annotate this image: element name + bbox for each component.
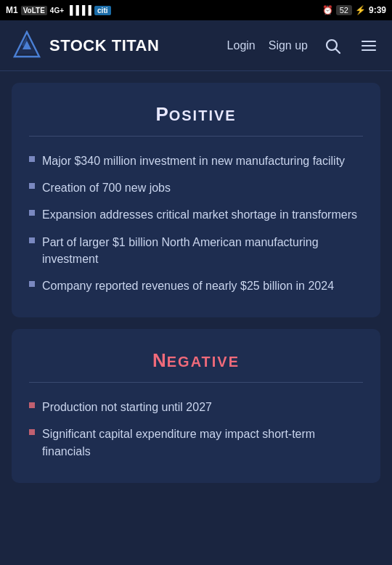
- bullet-icon: [29, 156, 35, 162]
- signal-bars: ▐▐▐▐: [67, 5, 91, 15]
- list-item-text: Production not starting until 2027: [42, 399, 212, 415]
- network-speed: 4G+: [50, 7, 64, 15]
- main-content: POSITIVE Major $340 million investment i…: [0, 71, 392, 483]
- list-item: Expansion addresses critical market shor…: [29, 206, 363, 223]
- list-item: Part of larger $1 billion North American…: [29, 234, 363, 267]
- list-item: Significant capital expenditure may impa…: [29, 426, 363, 459]
- brand: STOCK TITAN: [12, 31, 159, 61]
- battery-level: 52: [336, 5, 352, 15]
- carrier-label: M1: [6, 5, 18, 15]
- list-item-text: Creation of 700 new jobs: [42, 179, 171, 196]
- negative-card: NEGATIVE Production not starting until 2…: [12, 329, 380, 483]
- time-label: 9:39: [369, 5, 386, 15]
- bullet-icon: [29, 237, 35, 243]
- positive-title: POSITIVE: [29, 103, 363, 126]
- list-item-text: Part of larger $1 billion North American…: [42, 234, 363, 267]
- charging-icon: ⚡: [355, 5, 366, 15]
- list-item-text: Expansion addresses critical market shor…: [42, 206, 357, 223]
- navbar: STOCK TITAN Login Sign up: [0, 20, 392, 71]
- list-item-text: Major $340 million investment in new man…: [42, 153, 345, 169]
- list-item: Production not starting until 2027: [29, 399, 363, 415]
- list-item-text: Company reported revenues of nearly $25 …: [42, 277, 334, 294]
- search-button[interactable]: [321, 34, 344, 57]
- status-bar: M1 VoLTE 4G+ ▐▐▐▐ citi ⏰ 52 ⚡ 9:39: [0, 0, 392, 20]
- positive-card: POSITIVE Major $340 million investment i…: [12, 83, 380, 317]
- brand-logo-icon: [12, 31, 42, 61]
- hamburger-icon: [360, 37, 377, 54]
- bullet-icon: [29, 210, 35, 216]
- negative-list: Production not starting until 2027Signif…: [29, 399, 363, 460]
- menu-button[interactable]: [357, 34, 380, 57]
- list-item-text: Significant capital expenditure may impa…: [42, 426, 363, 459]
- list-item: Major $340 million investment in new man…: [29, 153, 363, 169]
- positive-list: Major $340 million investment in new man…: [29, 153, 363, 294]
- login-link[interactable]: Login: [227, 39, 256, 52]
- negative-title: NEGATIVE: [29, 349, 363, 372]
- positive-divider: [29, 136, 363, 137]
- nav-links: Login Sign up: [227, 34, 380, 57]
- network-type: VoLTE: [21, 6, 47, 15]
- bullet-icon: [29, 183, 35, 189]
- citi-label: citi: [94, 6, 110, 15]
- list-item: Company reported revenues of nearly $25 …: [29, 277, 363, 294]
- carrier-info: M1 VoLTE 4G+ ▐▐▐▐ citi: [6, 5, 111, 15]
- bullet-icon: [29, 281, 35, 287]
- list-item: Creation of 700 new jobs: [29, 179, 363, 196]
- bullet-icon: [29, 402, 35, 408]
- status-right: ⏰ 52 ⚡ 9:39: [322, 5, 386, 15]
- search-icon: [324, 37, 341, 54]
- brand-name-label: STOCK TITAN: [49, 36, 159, 55]
- negative-divider: [29, 382, 363, 383]
- bullet-icon: [29, 429, 35, 435]
- signup-link[interactable]: Sign up: [269, 39, 308, 52]
- svg-line-3: [336, 49, 340, 53]
- alarm-icon: ⏰: [322, 5, 333, 15]
